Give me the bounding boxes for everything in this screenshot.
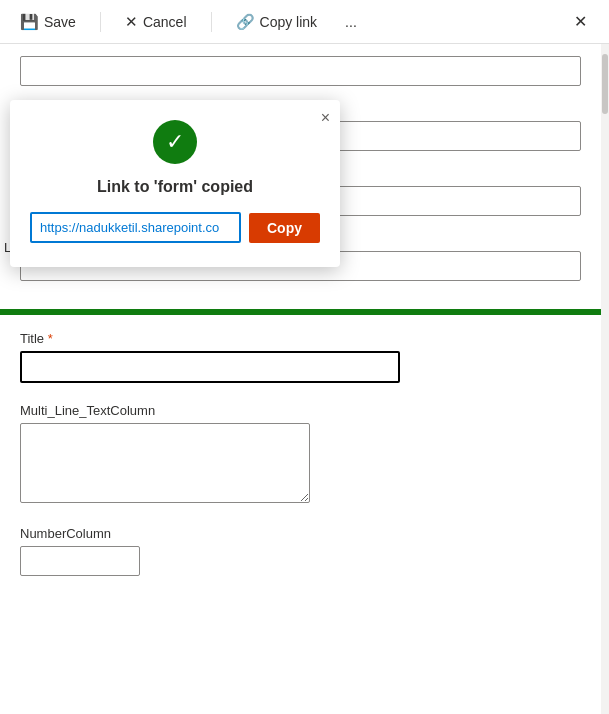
toolbar: 💾 Save ✕ Cancel 🔗 Copy link ... ✕ — [0, 0, 609, 44]
multiline-textarea[interactable] — [20, 423, 310, 503]
title-label: Title * — [20, 331, 581, 346]
close-button[interactable]: ✕ — [568, 6, 593, 37]
checkmark-icon: ✓ — [166, 129, 184, 155]
copy-link-button[interactable]: 🔗 Copy link — [232, 7, 322, 37]
popup-copy-button[interactable]: Copy — [249, 213, 320, 243]
popup-checkmark: ✓ — [153, 120, 197, 164]
popup-url-row: Copy — [30, 212, 320, 243]
separator-2 — [211, 12, 212, 32]
cancel-label: Cancel — [143, 14, 187, 30]
numbercolumn-lower-label: NumberColumn — [20, 526, 581, 541]
popup-card: × ✓ Link to 'form' copied Copy — [10, 100, 340, 267]
popup-close-button[interactable]: × — [321, 110, 330, 126]
save-icon: 💾 — [20, 13, 39, 31]
title-input[interactable] — [20, 351, 400, 383]
form-field-title: Title * — [20, 331, 581, 383]
cancel-button[interactable]: ✕ Cancel — [121, 7, 191, 37]
scrollbar-thumb[interactable] — [602, 54, 608, 114]
empty-field-input[interactable] — [20, 56, 581, 86]
multiline-label: Multi_Line_TextColumn — [20, 403, 581, 418]
save-label: Save — [44, 14, 76, 30]
more-button[interactable]: ... — [341, 8, 361, 36]
number-lower-input[interactable] — [20, 546, 140, 576]
form-lower-section: Title * Multi_Line_TextColumn NumberColu… — [0, 315, 601, 612]
cancel-icon: ✕ — [125, 13, 138, 31]
more-label: ... — [345, 14, 357, 30]
form-field-multiline: Multi_Line_TextColumn — [20, 403, 581, 506]
popup-title: Link to 'form' copied — [30, 178, 320, 196]
separator-1 — [100, 12, 101, 32]
popup-url-input[interactable] — [30, 212, 241, 243]
main-area: NumberColumn Name Id Title * — [0, 44, 609, 714]
copy-link-icon: 🔗 — [236, 13, 255, 31]
form-field-empty — [20, 56, 581, 86]
form-panel: NumberColumn Name Id Title * — [0, 44, 601, 714]
save-button[interactable]: 💾 Save — [16, 7, 80, 37]
scrollbar[interactable] — [601, 44, 609, 714]
copy-link-label: Copy link — [260, 14, 318, 30]
form-field-number-lower: NumberColumn — [20, 526, 581, 576]
